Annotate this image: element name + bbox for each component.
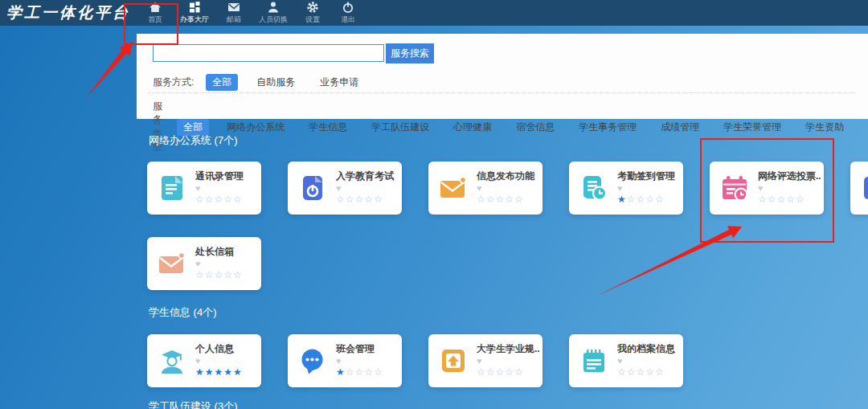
star-empty-icon[interactable]: ☆ (505, 194, 514, 205)
favorite-heart-icon[interactable]: ♥ (336, 356, 399, 366)
service-type-option-成绩管理[interactable]: 成绩管理 (654, 119, 706, 136)
star-empty-icon[interactable]: ☆ (655, 366, 665, 378)
favorite-heart-icon[interactable]: ♥ (336, 183, 399, 194)
favorite-heart-icon[interactable]: ♥ (195, 356, 258, 366)
nav-item-人员切换[interactable]: 人员切换 (259, 1, 288, 25)
star-filled-icon[interactable]: ★ (233, 366, 243, 378)
nav-item-退出[interactable]: 退出 (338, 1, 358, 25)
star-empty-icon[interactable]: ☆ (655, 194, 665, 205)
star-empty-icon[interactable]: ☆ (514, 194, 524, 205)
service-type-option-学生资助[interactable]: 学生资助 (799, 119, 850, 136)
star-empty-icon[interactable]: ☆ (355, 194, 365, 205)
nav-item-办事大厅[interactable]: 办事大厅 (180, 1, 209, 25)
star-empty-icon[interactable]: ☆ (195, 194, 205, 205)
doc-check-icon (861, 174, 868, 202)
star-filled-icon[interactable]: ★ (195, 366, 205, 378)
service-mode-option-自助服务[interactable]: 自助服务 (250, 74, 301, 91)
notepad-icon (579, 346, 608, 375)
favorite-heart-icon[interactable]: ♥ (477, 183, 539, 194)
favorite-heart-icon[interactable]: ♥ (195, 183, 258, 194)
service-card-大学生学业规...[interactable]: 大学生学业规...♥☆☆☆☆☆ (428, 334, 542, 387)
service-card-通讯录管理[interactable]: 通讯录管理♥☆☆☆☆☆ (147, 162, 261, 215)
star-empty-icon[interactable]: ☆ (617, 366, 627, 378)
star-empty-icon[interactable]: ☆ (627, 194, 637, 205)
star-empty-icon[interactable]: ☆ (758, 194, 768, 205)
star-empty-icon[interactable]: ☆ (233, 194, 243, 205)
star-empty-icon[interactable]: ☆ (336, 194, 346, 205)
service-type-option-心理健康[interactable]: 心理健康 (447, 119, 498, 136)
service-type-option-系统管理[interactable]: 系统管理 (862, 119, 868, 136)
star-empty-icon[interactable]: ☆ (215, 194, 224, 205)
star-empty-icon[interactable]: ☆ (374, 194, 383, 205)
favorite-heart-icon[interactable]: ♥ (758, 183, 821, 194)
favorite-heart-icon[interactable]: ♥ (617, 183, 680, 194)
star-empty-icon[interactable]: ☆ (496, 194, 506, 205)
star-empty-icon[interactable]: ☆ (777, 194, 787, 205)
star-empty-icon[interactable]: ☆ (195, 269, 205, 280)
service-hall-page: { "logo": "学工一体化平台", "nav": [ {"label": … (0, 0, 868, 409)
service-search-input[interactable] (153, 44, 384, 62)
star-filled-icon[interactable]: ★ (617, 194, 627, 205)
rating-stars: ☆☆☆☆☆ (336, 194, 399, 205)
star-empty-icon[interactable]: ☆ (786, 194, 796, 205)
favorite-heart-icon[interactable]: ♥ (477, 356, 539, 366)
star-empty-icon[interactable]: ☆ (364, 194, 374, 205)
service-card-信息发布功能[interactable]: 信息发布功能♥☆☆☆☆☆ (428, 162, 542, 215)
service-type-option-学生荣誉管理[interactable]: 学生荣誉管理 (717, 119, 788, 136)
star-empty-icon[interactable]: ☆ (768, 194, 777, 205)
star-filled-icon[interactable]: ★ (336, 366, 346, 378)
service-mode-option-业务申请[interactable]: 业务申请 (313, 74, 365, 91)
star-empty-icon[interactable]: ☆ (215, 269, 224, 280)
service-card-title: 我的档案信息 (617, 342, 680, 356)
service-type-option-学工队伍建设[interactable]: 学工队伍建设 (365, 119, 436, 136)
home-icon (149, 1, 162, 14)
star-empty-icon[interactable]: ☆ (627, 366, 637, 378)
service-card-处长信箱[interactable]: 处长信箱♥☆☆☆☆☆ (147, 237, 261, 290)
service-card-班会管理[interactable]: 班会管理♥★☆☆☆☆ (288, 334, 402, 387)
section-title-student-info: 学生信息 (4个) (149, 305, 217, 320)
star-empty-icon[interactable]: ☆ (505, 366, 514, 378)
favorite-heart-icon[interactable]: ♥ (195, 259, 258, 269)
star-empty-icon[interactable]: ☆ (364, 366, 374, 378)
star-empty-icon[interactable]: ☆ (486, 366, 496, 378)
star-empty-icon[interactable]: ☆ (346, 366, 355, 378)
star-empty-icon[interactable]: ☆ (205, 269, 215, 280)
star-empty-icon[interactable]: ☆ (374, 366, 383, 378)
star-empty-icon[interactable]: ☆ (346, 194, 355, 205)
star-empty-icon[interactable]: ☆ (796, 194, 805, 205)
service-type-option-学生信息[interactable]: 学生信息 (302, 119, 354, 136)
star-filled-icon[interactable]: ★ (215, 366, 224, 378)
service-type-option-宿舍信息[interactable]: 宿舍信息 (510, 119, 561, 136)
service-mode-option-全部[interactable]: 全部 (206, 74, 238, 91)
favorite-heart-icon[interactable]: ♥ (617, 356, 680, 366)
nav-item-邮箱[interactable]: 邮箱 (223, 1, 244, 25)
star-empty-icon[interactable]: ☆ (514, 366, 524, 378)
star-empty-icon[interactable]: ☆ (233, 269, 243, 280)
service-card-考勤签到管理[interactable]: 考勤签到管理♥★☆☆☆☆ (569, 162, 683, 215)
star-empty-icon[interactable]: ☆ (223, 269, 233, 280)
service-type-option-学生事务管理[interactable]: 学生事务管理 (572, 119, 643, 136)
star-empty-icon[interactable]: ☆ (477, 366, 486, 378)
nav-item-设置[interactable]: 设置 (302, 1, 323, 25)
star-empty-icon[interactable]: ☆ (645, 366, 655, 378)
star-empty-icon[interactable]: ☆ (637, 366, 646, 378)
star-empty-icon[interactable]: ☆ (355, 366, 365, 378)
service-card-partial[interactable]: ♥☆☆☆☆☆ (850, 162, 868, 215)
service-card-入学教育考试[interactable]: 入学教育考试♥☆☆☆☆☆ (288, 162, 402, 215)
service-card-我的档案信息[interactable]: 我的档案信息♥☆☆☆☆☆ (569, 334, 683, 387)
star-filled-icon[interactable]: ★ (205, 366, 215, 378)
star-empty-icon[interactable]: ☆ (223, 194, 233, 205)
service-card-个人信息[interactable]: 个人信息♥★★★★★ (147, 334, 261, 387)
star-empty-icon[interactable]: ☆ (645, 194, 655, 205)
star-filled-icon[interactable]: ★ (223, 366, 233, 378)
star-empty-icon[interactable]: ☆ (477, 194, 486, 205)
nav-item-首页[interactable]: 首页 (145, 1, 166, 25)
service-search-button[interactable]: 服务搜索 (386, 43, 434, 63)
star-empty-icon[interactable]: ☆ (486, 194, 496, 205)
star-empty-icon[interactable]: ☆ (205, 194, 215, 205)
star-empty-icon[interactable]: ☆ (496, 366, 506, 378)
service-mode-label: 服务方式: (153, 76, 194, 89)
chat-icon (298, 346, 327, 375)
star-empty-icon[interactable]: ☆ (637, 194, 646, 205)
service-card-网络评选投票...[interactable]: 网络评选投票...♥☆☆☆☆☆ (710, 162, 824, 215)
